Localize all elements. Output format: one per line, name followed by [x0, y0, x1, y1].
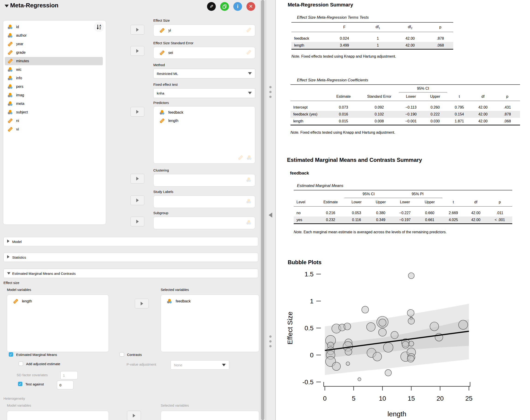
pvalue-adjustment-dropdown[interactable]: None — [171, 360, 229, 370]
variable-name: minutes — [16, 59, 29, 63]
emm-term-heading: feedback — [290, 171, 309, 176]
variable-item-ni[interactable]: ni — [5, 117, 103, 125]
model-variables-label: Model variables — [7, 288, 31, 292]
variable-item-year[interactable]: year — [5, 40, 103, 48]
svg-text:A: A — [99, 24, 101, 27]
edit-title-button[interactable]: ✎ — [207, 2, 216, 11]
emm-assign-button[interactable] — [135, 299, 149, 308]
arrow-right-icon — [136, 177, 139, 180]
section-model[interactable]: Model — [3, 237, 258, 246]
splitter-drag-handle[interactable] — [269, 86, 272, 98]
nominal-variable-icon — [166, 298, 172, 304]
selected-variables-label: Selected variables — [161, 288, 189, 292]
method-dropdown[interactable]: Restricted ML — [153, 69, 255, 78]
svg-text:5: 5 — [352, 395, 355, 402]
variable-item-subject[interactable]: subject — [5, 108, 103, 116]
continuous-variable-icon — [7, 118, 13, 124]
results-panel: Meta-Regression Summary Effect Size Meta… — [276, 0, 530, 420]
subgroup-slot[interactable] — [153, 217, 255, 229]
sd-factor-covariates-input[interactable]: 1 — [60, 371, 78, 379]
variable-item-wic[interactable]: wic — [5, 65, 103, 74]
effect-size-se-slot[interactable]: sei — [153, 47, 255, 59]
assign-subgroup-button[interactable] — [131, 217, 144, 226]
coefficients-table: 95% CIEstimateStandard ErrorLowerUppertd… — [291, 84, 520, 125]
emm-selected-variables-box[interactable]: feedback — [161, 295, 259, 352]
test-against-checkbox[interactable]: ✓ — [18, 382, 22, 386]
variable-item-vi[interactable]: vi — [5, 125, 103, 133]
assign-clustering-button[interactable] — [131, 174, 144, 184]
heterogeneity-model-variables-box[interactable] — [7, 411, 109, 420]
splitter-drag-handle[interactable] — [269, 335, 272, 348]
options-scrollbar[interactable] — [260, 0, 266, 420]
assign-study-labels-button[interactable] — [131, 195, 144, 205]
emm-table: 95% CI95% PILevelEstimateLowerUpperLower… — [294, 190, 512, 224]
clustering-slot[interactable] — [153, 174, 255, 187]
close-analysis-button[interactable]: ✕ — [247, 2, 255, 11]
variable-list[interactable]: id author year grade — [3, 20, 106, 225]
info-button[interactable]: i — [233, 2, 242, 11]
add-adjusted-estimate-checkbox[interactable] — [19, 362, 23, 366]
svg-text:20: 20 — [436, 395, 443, 402]
variable-item-pers[interactable]: pers — [5, 83, 103, 91]
chevron-down-icon — [248, 92, 252, 94]
predictors-box[interactable]: feedback length — [153, 106, 255, 164]
terms-table-note: Note. Fixed effects tested using Knapp a… — [291, 54, 396, 58]
duplicate-analysis-button[interactable] — [220, 2, 229, 11]
test-against-input[interactable]: 0 — [57, 381, 74, 389]
collapse-analysis-icon[interactable] — [5, 5, 9, 7]
emm-summary-heading: Estimated Marginal Means and Contrasts S… — [287, 157, 422, 163]
chevron-down-icon — [7, 272, 10, 275]
heterogeneity-assign-button[interactable] — [127, 411, 141, 420]
assign-predictors-button[interactable] — [131, 107, 144, 117]
bubble-point — [385, 370, 391, 376]
bubble-point — [407, 309, 414, 316]
emm-model-variables-box[interactable]: length — [7, 295, 109, 352]
sort-variables-button[interactable]: A Z — [94, 22, 104, 32]
effect-size-slot[interactable]: yi — [153, 24, 255, 36]
bubble-point — [383, 343, 393, 352]
info-icon: i — [237, 3, 238, 9]
assign-effect-size-button[interactable] — [131, 25, 144, 35]
study-labels-slot[interactable] — [153, 195, 255, 208]
assigned-variable-length[interactable]: length — [7, 297, 109, 305]
nominal-variable-icon — [7, 109, 13, 115]
scrollbar-thumb[interactable] — [261, 0, 265, 420]
assigned-variable-length[interactable]: length — [154, 117, 255, 125]
collapse-panel-icon[interactable] — [269, 213, 272, 217]
y-axis-title: Effect Size — [286, 312, 294, 345]
section-statistics[interactable]: Statistics — [3, 253, 258, 262]
arrow-right-icon — [141, 302, 143, 305]
bubble-point — [407, 355, 414, 362]
estimated-marginal-means-checkbox[interactable]: ✓ — [9, 352, 13, 357]
svg-text:0: 0 — [310, 351, 313, 359]
pvalue-adjustment-value: None — [174, 363, 182, 367]
variable-item-meta[interactable]: meta — [5, 100, 103, 108]
variable-name: info — [16, 76, 22, 80]
chevron-down-icon — [222, 364, 226, 366]
panel-splitter[interactable] — [265, 0, 276, 420]
sort-az-icon: A Z — [96, 24, 102, 30]
variable-item-minutes[interactable]: minutes — [5, 57, 103, 65]
coefficients-table-note: Note. Fixed effects tested using Knapp a… — [291, 130, 395, 135]
heterogeneity-selected-variables-box[interactable] — [161, 411, 259, 420]
variable-item-info[interactable]: info — [5, 74, 103, 82]
assigned-variable-feedback[interactable]: feedback — [154, 108, 255, 117]
section-emm-contrasts[interactable]: Estimated Marginal Means and Contrasts — [3, 269, 258, 278]
assign-standard-error-button[interactable] — [131, 46, 144, 56]
contrasts-checkbox[interactable] — [120, 352, 124, 357]
variable-item-author[interactable]: author — [5, 31, 103, 40]
variable-name: ni — [16, 119, 19, 123]
emm-table-title: Estimated Marginal Means — [297, 184, 343, 188]
arrow-right-icon — [136, 49, 139, 53]
continuous-variable-icon — [7, 126, 13, 132]
bubble-plot-title: Bubble Plots — [288, 259, 322, 266]
fixed-effect-test-dropdown[interactable]: knha — [153, 88, 255, 98]
bubble-point — [402, 341, 409, 348]
nominal-type-icon — [246, 198, 252, 205]
assigned-variable-feedback[interactable]: feedback — [161, 297, 259, 305]
fixed-effect-test-label: Fixed effect test — [153, 83, 178, 87]
variable-item-imag[interactable]: imag — [5, 91, 103, 99]
variable-item-id[interactable]: id — [5, 23, 103, 31]
variable-item-grade[interactable]: grade — [5, 48, 103, 57]
nominal-variable-icon — [159, 110, 165, 116]
